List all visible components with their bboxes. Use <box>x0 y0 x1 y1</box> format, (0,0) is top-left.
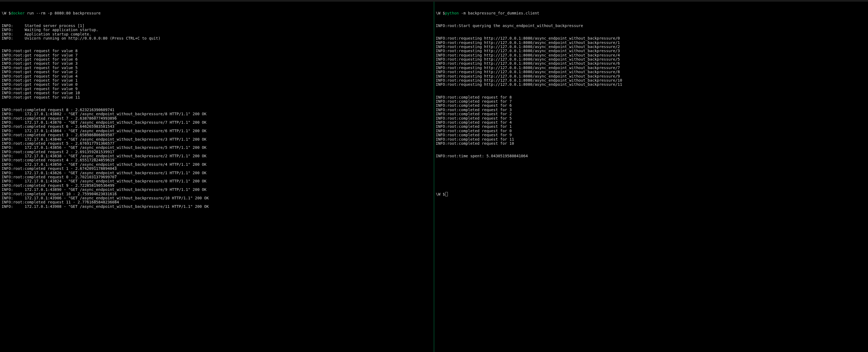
log-line: INFO:root:got request for value 9 <box>2 87 432 91</box>
log-line: INFO:root:completed request 9 - 2.722858… <box>2 183 432 187</box>
log-line: INFO: Application startup complete. <box>2 32 432 36</box>
server-startup-log: INFO: Started server process [1]INFO: Wa… <box>2 24 432 41</box>
log-line: INFO:root:got request for value 1 <box>2 78 432 83</box>
log-line: INFO:root:completed request for 0 <box>436 129 866 133</box>
split-panes: \W $docker run --rm -p 8080:80 backpress… <box>0 2 868 352</box>
log-line: INFO: 172.17.0.1:43824 - "GET /async_end… <box>2 179 432 183</box>
log-line: INFO:root:completed request for 3 <box>436 108 866 112</box>
log-line: INFO:root:completed request for 8 <box>436 95 866 99</box>
prompt-line: \W $python -m backpressure_for_dummies.c… <box>436 11 866 15</box>
log-line: INFO: 172.17.0.1:43908 - "GET /async_end… <box>2 205 432 209</box>
terminal-pane-right[interactable]: \W $python -m backpressure_for_dummies.c… <box>434 2 868 352</box>
log-line: INFO:root:completed request 4 - 2.655172… <box>2 158 432 162</box>
client-start-line: INFO:root:Start querying the async_endpo… <box>436 24 866 28</box>
log-line: INFO: 172.17.0.1:43864 - "GET /async_end… <box>2 129 432 133</box>
command-args: -m backpressure_for_dummies.client <box>459 11 539 15</box>
log-line: INFO: Uvicorn running on http://0.0.0.0:… <box>2 36 432 40</box>
prompt-prefix: \W $ <box>2 11 11 15</box>
log-line: INFO:root:requesting http://127.0.0.1:80… <box>436 78 866 83</box>
log-line: INFO:root:requesting http://127.0.0.1:80… <box>436 49 866 53</box>
log-line: INFO:root:got request for value 0 <box>2 83 432 87</box>
log-line: INFO:root:requesting http://127.0.0.1:80… <box>436 61 866 65</box>
terminal-pane-left[interactable]: \W $docker run --rm -p 8080:80 backpress… <box>0 2 434 352</box>
log-line: INFO:root:got request for value 3 <box>2 61 432 65</box>
client-time-spent: INFO:root:time spent: 5.0430519580841064 <box>436 154 866 158</box>
log-line: INFO:root:completed request for 7 <box>436 99 866 104</box>
command-binary: python <box>445 11 459 15</box>
server-completed-log: INFO:root:completed request 8 - 2.623216… <box>2 108 432 209</box>
log-line: INFO:root:completed request 0 - 2.702103… <box>2 175 432 179</box>
log-line: INFO:root:completed request for 6 <box>436 104 866 108</box>
log-line: INFO: 172.17.0.1:43890 - "GET /async_end… <box>2 187 432 192</box>
log-line: INFO:root:got request for value 6 <box>2 57 432 61</box>
log-line: INFO:root:completed request for 10 <box>436 142 866 146</box>
log-line: INFO: 172.17.0.1:43838 - "GET /async_end… <box>2 154 432 158</box>
log-line: INFO:root:completed request 3 - 2.658986… <box>2 133 432 137</box>
log-line: INFO:root:requesting http://127.0.0.1:80… <box>436 57 866 61</box>
log-line: INFO:root:requesting http://127.0.0.1:80… <box>436 53 866 57</box>
log-line: INFO:root:completed request for 5 <box>436 116 866 120</box>
log-line: INFO:root:got request for value 11 <box>2 95 432 99</box>
log-line: INFO:root:requesting http://127.0.0.1:80… <box>436 45 866 49</box>
log-line: INFO:root:requesting http://127.0.0.1:80… <box>436 41 866 45</box>
client-requesting-log: INFO:root:requesting http://127.0.0.1:80… <box>436 36 866 87</box>
log-line: INFO:root:got request for value 5 <box>2 66 432 70</box>
log-line: INFO:root:got request for value 4 <box>2 74 432 78</box>
log-line: INFO:root:requesting http://127.0.0.1:80… <box>436 70 866 74</box>
log-line: INFO:root:got request for value 2 <box>2 70 432 74</box>
log-line: INFO:root:completed request for 2 <box>436 112 866 116</box>
cursor-icon <box>445 192 448 196</box>
log-line: INFO:root:requesting http://127.0.0.1:80… <box>436 83 866 87</box>
log-line: INFO: Waiting for application startup. <box>2 28 432 32</box>
prompt-prefix: \W $ <box>436 11 445 15</box>
log-line: INFO:root:requesting http://127.0.0.1:80… <box>436 74 866 78</box>
log-line: INFO: 172.17.0.1:43906 - "GET /async_end… <box>2 196 432 200</box>
blank-line <box>436 179 866 183</box>
log-line: INFO:root:completed request 2 - 2.691359… <box>2 150 432 154</box>
log-line: INFO:root:completed request 7 - 2.638786… <box>2 116 432 120</box>
prompt-line: \W $docker run --rm -p 8080:80 backpress… <box>2 11 432 15</box>
log-line: INFO:root:completed request 8 - 2.623216… <box>2 108 432 112</box>
log-line: INFO:root:requesting http://127.0.0.1:80… <box>436 36 866 40</box>
log-line: INFO: 172.17.0.1:43840 - "GET /async_end… <box>2 137 432 142</box>
command-args: run --rm -p 8080:80 backpressure <box>25 11 100 15</box>
log-line: INFO: 172.17.0.1:43826 - "GET /async_end… <box>2 171 432 175</box>
log-line: INFO: 172.17.0.1:43850 - "GET /async_end… <box>2 163 432 167</box>
log-line: INFO:root:completed request for 9 <box>436 133 866 137</box>
log-line: INFO: 172.17.0.1:43882 - "GET /async_end… <box>2 112 432 116</box>
log-line: INFO: 172.17.0.1:43856 - "GET /async_end… <box>2 146 432 150</box>
blank-line <box>436 167 866 171</box>
prompt-prefix: \W $ <box>436 192 445 196</box>
log-line: INFO:root:completed request 6 - 2.646265… <box>2 124 432 128</box>
log-line: INFO:root:completed request 1 - 2.674209… <box>2 167 432 171</box>
command-binary: docker <box>11 11 25 15</box>
log-line: INFO:root:completed request 11 - 2.77616… <box>2 200 432 204</box>
idle-prompt-line[interactable]: \W $ <box>436 192 866 196</box>
log-line: INFO: Started server process [1] <box>2 24 432 28</box>
log-line: INFO:root:completed request for 11 <box>436 137 866 142</box>
log-line: INFO:root:completed request for 4 <box>436 120 866 124</box>
log-line: INFO:root:got request for value 7 <box>2 53 432 57</box>
client-completed-log: INFO:root:completed request for 8INFO:ro… <box>436 95 866 146</box>
log-line: INFO:root:requesting http://127.0.0.1:80… <box>436 66 866 70</box>
log-line: INFO:root:completed request 5 - 2.676917… <box>2 142 432 146</box>
log-line: INFO:root:completed request 10 - 2.75990… <box>2 192 432 196</box>
log-line: INFO:root:got request for value 8 <box>2 49 432 53</box>
log-line: INFO: 172.17.0.1:43870 - "GET /async_end… <box>2 120 432 124</box>
server-got-request-log: INFO:root:got request for value 8INFO:ro… <box>2 49 432 99</box>
terminal-app: \W $docker run --rm -p 8080:80 backpress… <box>0 0 868 352</box>
log-line: INFO:root:got request for value 10 <box>2 91 432 95</box>
log-line: INFO:root:completed request for 1 <box>436 124 866 128</box>
